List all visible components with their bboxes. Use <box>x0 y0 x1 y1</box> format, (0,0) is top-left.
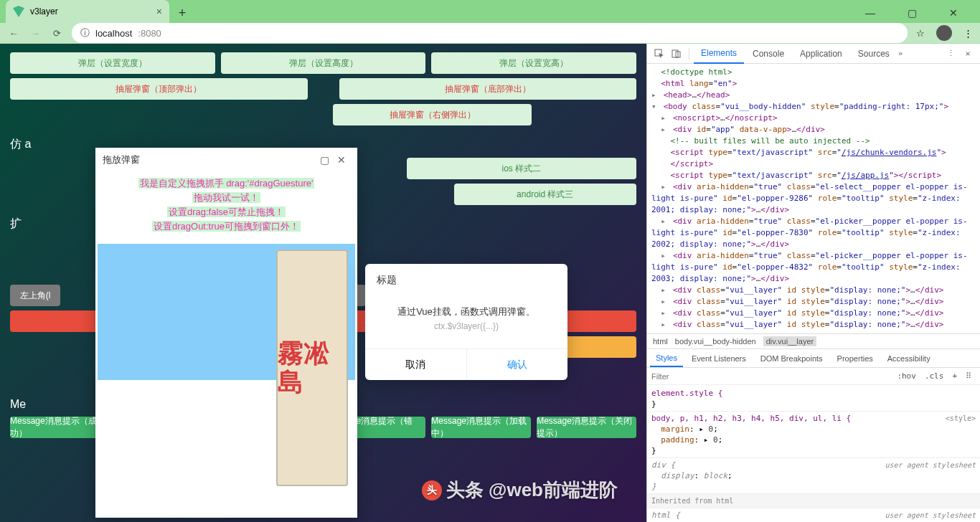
tab-sources[interactable]: Sources <box>851 44 897 63</box>
subtab-props[interactable]: Properties <box>831 351 879 366</box>
new-tab-button[interactable]: + <box>172 3 192 23</box>
browser-tab[interactable]: v3layer × <box>6 0 169 23</box>
more-tabs-icon[interactable]: » <box>898 49 903 58</box>
ok-button[interactable]: 确认 <box>466 349 568 380</box>
center-modal-code: ctx.$v3layer({...}) <box>377 321 556 331</box>
minimize-icon[interactable]: — <box>858 7 882 19</box>
msg-6[interactable]: Message消息提示（关闭提示） <box>537 417 636 438</box>
devtools-close-icon[interactable]: ✕ <box>960 46 976 62</box>
close-window-icon[interactable]: ✕ <box>941 7 966 19</box>
tab-console[interactable]: Console <box>745 44 791 63</box>
btn-topleft[interactable]: 左上角(l <box>10 285 60 306</box>
bookmark-icon[interactable]: ☆ <box>916 28 925 39</box>
styles-pane[interactable]: element.style {} <style> body, p, h1, h2… <box>647 385 980 522</box>
watermark: 头 头条 @web前端进阶 <box>422 478 618 503</box>
forward-icon[interactable]: → <box>29 27 42 39</box>
reload-icon[interactable]: ⟳ <box>50 27 63 39</box>
center-modal-title: 标题 <box>365 264 567 294</box>
hov-toggle[interactable]: :hov <box>892 371 920 381</box>
btn-android3[interactable]: android 样式三 <box>454 184 636 205</box>
page-content: 弹层（设置宽度） 弹层（设置高度） 弹层（设置宽高） 抽屉弹窗（顶部弹出） 抽屉… <box>0 44 646 522</box>
btn-drawer-top[interactable]: 抽屉弹窗（顶部弹出） <box>10 78 308 100</box>
center-modal-text: 通过Vue挂载，函数式调用弹窗。 <box>377 305 556 318</box>
window-controls: — ▢ ✕ <box>858 7 974 23</box>
inspect-icon[interactable] <box>651 46 667 62</box>
profile-icon[interactable] <box>936 25 952 41</box>
browser-toolbar: ← → ⟳ ⓘ localhost:8080 ☆ ⋮ <box>0 23 980 44</box>
vue-favicon <box>13 6 24 17</box>
maximize-icon[interactable]: ▢ <box>900 7 924 19</box>
breadcrumb[interactable]: html body.vui__body-hidden div.vui__laye… <box>647 333 980 349</box>
url-host: localhost <box>95 28 132 39</box>
btn-ios2[interactable]: ios 样式二 <box>407 158 636 179</box>
dom-tree[interactable]: <!doctype html> <html lang="en"> ▸ <head… <box>647 64 980 333</box>
btn-width[interactable]: 弹层（设置宽度） <box>10 52 215 74</box>
drag-modal-body: 我是自定义拖拽抓手 drag:'#dragGuesture' 拖动我试一试！ 设… <box>95 172 357 241</box>
info-icon[interactable]: ⓘ <box>80 27 90 39</box>
menu-icon[interactable]: ⋮ <box>963 28 973 39</box>
tab-title: v3layer <box>30 6 151 16</box>
styles-more-icon[interactable]: ⠿ <box>961 371 976 381</box>
drag-modal-title: 拖放弹窗 <box>103 153 140 166</box>
subtab-styles[interactable]: Styles <box>650 350 683 367</box>
cancel-button[interactable]: 取消 <box>365 349 466 380</box>
btn-drawer-bottom[interactable]: 抽屉弹窗（底部弹出） <box>339 78 637 100</box>
url-port: :8080 <box>138 28 161 39</box>
devtools-settings-icon[interactable]: ⋮ <box>943 46 958 62</box>
msg-5[interactable]: Message消息提示（加载中） <box>431 417 531 438</box>
tab-bar: v3layer × + — ▢ ✕ <box>0 0 980 23</box>
cls-toggle[interactable]: .cls <box>920 371 948 381</box>
subtab-events[interactable]: Event Listeners <box>686 351 752 366</box>
close-modal-icon[interactable]: ✕ <box>333 154 350 166</box>
toutiao-icon: 头 <box>422 480 442 500</box>
back-icon[interactable]: ← <box>7 27 20 39</box>
tab-application[interactable]: Application <box>793 44 849 63</box>
subtab-a11y[interactable]: Accessibility <box>882 351 936 366</box>
subtab-dombp[interactable]: DOM Breakpoints <box>755 351 829 366</box>
center-modal: 标题 通过Vue挂载，函数式调用弹窗。 ctx.$v3layer({...}) … <box>365 264 567 380</box>
msg-1[interactable]: Message消息提示（成功） <box>10 417 110 438</box>
btn-wh[interactable]: 弹层（设置宽高） <box>431 52 636 74</box>
drag-modal-image: 霧凇島 <box>98 244 355 492</box>
tab-elements[interactable]: Elements <box>694 44 744 64</box>
add-rule-icon[interactable]: + <box>948 371 961 381</box>
calligraphy-sign: 霧凇島 <box>276 250 348 486</box>
btn-drawer-right[interactable]: 抽屉弹窗（右侧弹出） <box>333 104 531 125</box>
styles-filter-input[interactable] <box>651 372 892 381</box>
devtools-panel: Elements Console Application Sources » ⋮… <box>646 44 980 522</box>
address-bar[interactable]: ⓘ localhost:8080 <box>72 23 908 43</box>
close-tab-icon[interactable]: × <box>156 6 162 17</box>
drag-modal[interactable]: 拖放弹窗 ▢ ✕ 我是自定义拖拽抓手 drag:'#dragGuesture' … <box>95 148 357 518</box>
maximize-modal-icon[interactable]: ▢ <box>316 154 333 166</box>
btn-height[interactable]: 弹层（设置高度） <box>221 52 426 74</box>
device-icon[interactable] <box>669 46 684 62</box>
